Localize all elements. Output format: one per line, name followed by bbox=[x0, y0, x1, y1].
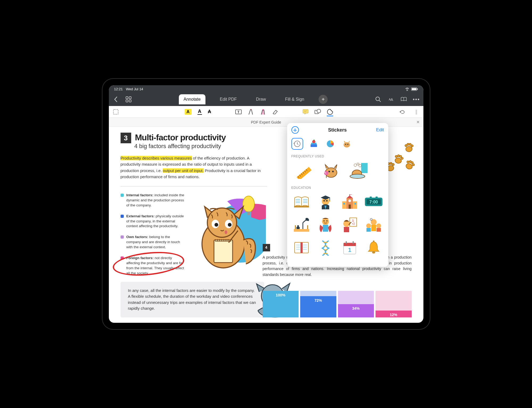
status-time: 12:21 bbox=[114, 87, 123, 91]
marker-tool[interactable] bbox=[260, 109, 266, 115]
svg-rect-81 bbox=[361, 163, 368, 173]
svg-rect-120 bbox=[323, 221, 325, 221]
bar-2: 72% bbox=[300, 296, 336, 317]
bullet-icon bbox=[121, 215, 124, 218]
svg-rect-4 bbox=[129, 97, 131, 99]
bullet-icon bbox=[121, 194, 124, 197]
svg-rect-132 bbox=[377, 228, 381, 232]
section4-number: 4 bbox=[263, 244, 270, 251]
status-bar: 12:21 Wed Jul 14 bbox=[109, 85, 423, 93]
divider bbox=[121, 186, 267, 186]
bar-chart: 100% 72% 34% 12% bbox=[263, 291, 412, 317]
svg-point-52 bbox=[409, 143, 411, 146]
svg-point-45 bbox=[395, 155, 397, 158]
svg-point-118 bbox=[322, 218, 329, 225]
sticker-cat-bath[interactable] bbox=[347, 161, 371, 180]
svg-rect-116 bbox=[296, 227, 300, 229]
sticker-dna[interactable] bbox=[315, 238, 336, 257]
svg-rect-60 bbox=[311, 144, 317, 147]
close-document-button[interactable]: ✕ bbox=[416, 120, 420, 125]
strikethrough-tool[interactable]: A bbox=[208, 109, 211, 115]
tab-draw[interactable]: Draw bbox=[251, 94, 271, 104]
reader-button[interactable] bbox=[401, 96, 407, 103]
text-size-button[interactable]: AA bbox=[388, 96, 394, 103]
svg-point-96 bbox=[329, 201, 330, 202]
svg-point-25 bbox=[215, 223, 218, 227]
sticker-calendar[interactable]: 1 bbox=[340, 238, 360, 257]
paw-stickers[interactable] bbox=[383, 143, 418, 177]
redo-button[interactable]: ‖ bbox=[413, 109, 420, 115]
svg-point-51 bbox=[407, 143, 409, 146]
select-tool[interactable] bbox=[113, 109, 119, 115]
add-sticker-pack-button[interactable]: + bbox=[291, 126, 299, 134]
underline-tool[interactable]: A bbox=[197, 109, 202, 115]
svg-rect-121 bbox=[326, 221, 328, 221]
svg-point-77 bbox=[328, 171, 330, 172]
category-recent[interactable] bbox=[291, 138, 303, 150]
svg-rect-109 bbox=[370, 197, 372, 198]
stickers-tool[interactable] bbox=[327, 110, 333, 116]
svg-point-23 bbox=[207, 208, 237, 237]
svg-point-43 bbox=[392, 163, 394, 166]
document-title: PDF Expert Guide bbox=[251, 120, 281, 124]
sticker-notebook[interactable] bbox=[291, 238, 312, 257]
annotate-toolbar: A A A T ‖ bbox=[109, 106, 423, 118]
sticker-teacher[interactable]: 1|×2 bbox=[340, 215, 360, 234]
tab-fill-sign[interactable]: Fill & Sign bbox=[280, 94, 309, 104]
frequently-used-label: FREQUENTLY USED bbox=[287, 153, 388, 161]
svg-rect-149 bbox=[344, 243, 356, 246]
sticker-bell[interactable] bbox=[364, 238, 384, 257]
sticker-school[interactable] bbox=[340, 192, 360, 211]
tab-edit-pdf[interactable]: Edit PDF bbox=[215, 94, 242, 104]
svg-text:1: 1 bbox=[348, 247, 351, 253]
textbox-tool[interactable]: T bbox=[235, 109, 242, 115]
cat-writing-sticker[interactable] bbox=[191, 193, 266, 273]
shapes-tool[interactable] bbox=[315, 109, 321, 115]
back-button[interactable] bbox=[113, 96, 119, 103]
sticker-digital-clock[interactable]: 7:00 bbox=[364, 192, 384, 211]
svg-point-67 bbox=[345, 144, 346, 145]
search-button[interactable] bbox=[375, 96, 381, 103]
add-tab-button[interactable]: + bbox=[319, 95, 328, 104]
sticker-open-book[interactable] bbox=[291, 192, 312, 211]
education-label: EDUCATION bbox=[287, 184, 388, 192]
factor-list: Internal factors: included inside the dy… bbox=[121, 193, 184, 276]
sticker-class[interactable]: ! bbox=[364, 215, 384, 234]
svg-rect-151 bbox=[353, 241, 354, 244]
undo-button[interactable] bbox=[399, 109, 405, 115]
tab-annotate[interactable]: Annotate bbox=[179, 94, 205, 104]
svg-point-68 bbox=[347, 144, 348, 145]
more-button[interactable]: ••• bbox=[413, 96, 420, 103]
bar-1: 100% bbox=[263, 291, 299, 317]
edit-stickers-button[interactable]: Edit bbox=[376, 127, 384, 133]
thumbnails-button[interactable] bbox=[125, 96, 132, 103]
svg-rect-119 bbox=[323, 225, 328, 232]
sticker-desk-lamp[interactable] bbox=[291, 215, 312, 234]
sticker-graduate[interactable] bbox=[315, 192, 336, 211]
svg-rect-10 bbox=[113, 109, 118, 114]
pen-tool[interactable] bbox=[248, 109, 254, 115]
category-cats[interactable] bbox=[341, 138, 353, 150]
sticker-ruler[interactable] bbox=[291, 161, 315, 180]
battery-icon bbox=[411, 87, 418, 91]
category-charts[interactable] bbox=[324, 138, 336, 150]
svg-rect-137 bbox=[300, 242, 303, 253]
svg-point-64 bbox=[313, 140, 315, 141]
svg-point-153 bbox=[373, 240, 374, 242]
factor-item-foreign: Foreign factors: not directly affecting … bbox=[121, 256, 184, 276]
svg-rect-101 bbox=[349, 205, 351, 209]
wifi-icon bbox=[405, 87, 410, 91]
svg-point-102 bbox=[348, 199, 351, 202]
svg-rect-5 bbox=[126, 100, 128, 102]
sticker-student-cape[interactable] bbox=[315, 215, 336, 234]
category-education[interactable] bbox=[308, 138, 320, 150]
note-tool[interactable] bbox=[302, 109, 309, 115]
svg-point-55 bbox=[406, 161, 409, 163]
factor-item-own: Own factors: belong to the company and a… bbox=[121, 235, 184, 250]
eraser-tool[interactable] bbox=[272, 109, 278, 115]
svg-point-128 bbox=[366, 223, 371, 228]
svg-rect-112 bbox=[295, 225, 296, 229]
highlight-tool[interactable]: A bbox=[185, 109, 192, 115]
stickers-popover: + Stickers Edit FREQUENTLY USED EDUCATIO… bbox=[287, 123, 388, 267]
sticker-cat-lollipop[interactable] bbox=[319, 161, 343, 180]
